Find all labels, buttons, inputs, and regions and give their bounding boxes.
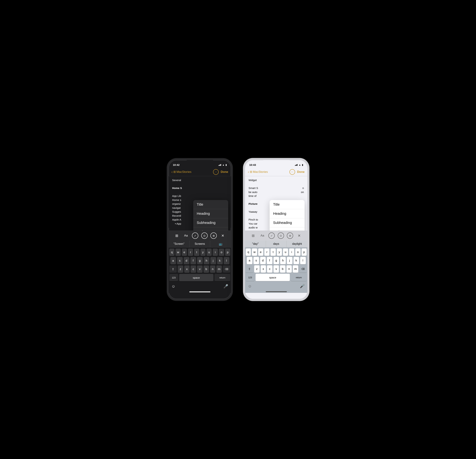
- key-q[interactable]: q: [169, 249, 174, 256]
- key-y[interactable]: y: [200, 249, 205, 256]
- done-button-light[interactable]: Done: [297, 170, 305, 174]
- key-t[interactable]: t: [194, 249, 199, 256]
- key-k-l[interactable]: k: [294, 257, 299, 264]
- key-123[interactable]: 123: [169, 274, 178, 281]
- dropdown-item-body-l[interactable]: Body: [270, 227, 305, 230]
- dropdown-item-heading[interactable]: Heading: [193, 209, 228, 218]
- key-g[interactable]: g: [197, 257, 203, 264]
- key-e-l[interactable]: e: [258, 248, 263, 256]
- toolbar-table-icon[interactable]: ⊞: [174, 232, 180, 239]
- toolbar-check-icon-l[interactable]: ✓: [268, 232, 275, 239]
- key-e[interactable]: e: [182, 249, 187, 256]
- autocomplete-item-1-l[interactable]: "day": [245, 241, 266, 247]
- key-o[interactable]: o: [219, 249, 224, 256]
- emoji-icon-light[interactable]: ☺: [248, 284, 252, 288]
- autocomplete-item-2[interactable]: Screens: [189, 241, 210, 247]
- key-123-l[interactable]: 123: [246, 274, 255, 281]
- key-space[interactable]: space: [179, 274, 213, 281]
- key-o-l[interactable]: o: [295, 248, 300, 256]
- key-c[interactable]: c: [191, 265, 196, 273]
- key-n[interactable]: n: [210, 265, 215, 273]
- autocomplete-item-1[interactable]: "Screen": [169, 241, 189, 247]
- key-z[interactable]: z: [178, 265, 183, 273]
- key-p[interactable]: p: [225, 249, 230, 256]
- autocomplete-item-3-l[interactable]: daylight: [287, 241, 307, 247]
- nav-dots-button[interactable]: ···: [213, 169, 219, 175]
- toolbar-compass-icon-l[interactable]: ⊛: [287, 232, 293, 239]
- key-k[interactable]: k: [217, 257, 223, 264]
- toolbar-camera-icon[interactable]: ⊙: [201, 232, 208, 239]
- toolbar-camera-icon-l[interactable]: ⊙: [278, 232, 284, 239]
- key-v[interactable]: v: [197, 265, 203, 273]
- dropdown-item-heading-l[interactable]: Heading: [270, 209, 305, 218]
- key-r[interactable]: r: [188, 249, 193, 256]
- key-q-l[interactable]: q: [246, 248, 251, 256]
- key-z-l[interactable]: z: [254, 265, 260, 273]
- dropdown-item-body[interactable]: Body: [193, 227, 228, 230]
- autocomplete-item-2-l[interactable]: days: [266, 241, 287, 247]
- key-h[interactable]: h: [204, 257, 209, 264]
- toolbar-compass-icon[interactable]: ⊛: [210, 232, 217, 239]
- key-b-l[interactable]: b: [280, 265, 285, 273]
- dropdown-item-title-l[interactable]: Title: [270, 200, 305, 209]
- key-d-l[interactable]: d: [260, 257, 266, 264]
- key-shift[interactable]: ⇧: [169, 265, 177, 273]
- back-button-light[interactable]: ‹ ⊞ MacStories: [248, 170, 268, 174]
- key-f[interactable]: f: [190, 257, 196, 264]
- toolbar-close-icon[interactable]: ✕: [220, 232, 226, 239]
- dropdown-item-subheading-l[interactable]: Subheading: [270, 218, 305, 227]
- key-t-l[interactable]: t: [271, 248, 276, 256]
- key-n-l[interactable]: n: [287, 265, 292, 273]
- key-d[interactable]: d: [184, 257, 189, 264]
- key-c-l[interactable]: c: [267, 265, 272, 273]
- key-l[interactable]: l: [224, 257, 230, 264]
- toolbar-table-icon-l[interactable]: ⊞: [250, 232, 256, 239]
- key-b[interactable]: b: [204, 265, 209, 273]
- key-return[interactable]: return: [214, 274, 230, 281]
- key-i[interactable]: i: [213, 249, 218, 256]
- key-f-l[interactable]: f: [267, 257, 272, 264]
- key-p-l[interactable]: p: [302, 248, 307, 256]
- nav-dots-button-light[interactable]: ···: [289, 169, 295, 175]
- key-space-l[interactable]: space: [255, 274, 290, 281]
- key-g-l[interactable]: g: [273, 257, 279, 264]
- key-m-l[interactable]: m: [293, 265, 298, 273]
- key-y-l[interactable]: y: [277, 248, 282, 256]
- note-l2: Smart S n: [248, 186, 304, 190]
- key-delete[interactable]: ⌫: [223, 265, 230, 273]
- toolbar-format-icon[interactable]: Aa: [183, 232, 189, 239]
- key-a[interactable]: a: [170, 257, 176, 264]
- toolbar-format-icon-l[interactable]: Aa: [259, 232, 266, 239]
- emoji-icon[interactable]: ☺: [171, 284, 175, 289]
- key-j[interactable]: j: [210, 257, 216, 264]
- key-j-l[interactable]: j: [287, 257, 292, 264]
- key-h-l[interactable]: h: [280, 257, 286, 264]
- signal-icon-light: [295, 164, 298, 166]
- key-u-l[interactable]: u: [283, 248, 288, 256]
- dropdown-item-subheading[interactable]: Subheading: [193, 218, 228, 227]
- key-v-l[interactable]: v: [273, 265, 279, 273]
- back-button-dark[interactable]: ‹ ⊞ MacStories: [171, 170, 191, 174]
- key-r-l[interactable]: r: [264, 248, 269, 256]
- key-u[interactable]: u: [207, 249, 212, 256]
- toolbar-close-icon-l[interactable]: ✕: [296, 232, 302, 239]
- key-l-l[interactable]: l: [300, 257, 306, 264]
- autocomplete-item-3[interactable]: 📺: [210, 241, 231, 247]
- key-w-l[interactable]: w: [252, 248, 257, 256]
- key-s[interactable]: s: [177, 257, 183, 264]
- mic-icon[interactable]: 🎤: [223, 284, 228, 289]
- key-shift-l[interactable]: ⇧: [246, 265, 253, 273]
- mic-icon-light[interactable]: 🎤: [300, 284, 305, 288]
- key-a-l[interactable]: a: [247, 257, 252, 264]
- key-m[interactable]: m: [216, 265, 222, 273]
- key-x[interactable]: x: [184, 265, 190, 273]
- key-w[interactable]: w: [176, 249, 180, 256]
- key-i-l[interactable]: i: [289, 248, 294, 256]
- key-x-l[interactable]: x: [261, 265, 266, 273]
- done-button[interactable]: Done: [221, 170, 228, 174]
- key-delete-l[interactable]: ⌫: [299, 265, 307, 273]
- toolbar-check-icon[interactable]: ✓: [192, 232, 198, 239]
- dropdown-item-title[interactable]: Title: [193, 200, 228, 209]
- key-s-l[interactable]: s: [254, 257, 259, 264]
- key-return-l[interactable]: return: [291, 274, 307, 281]
